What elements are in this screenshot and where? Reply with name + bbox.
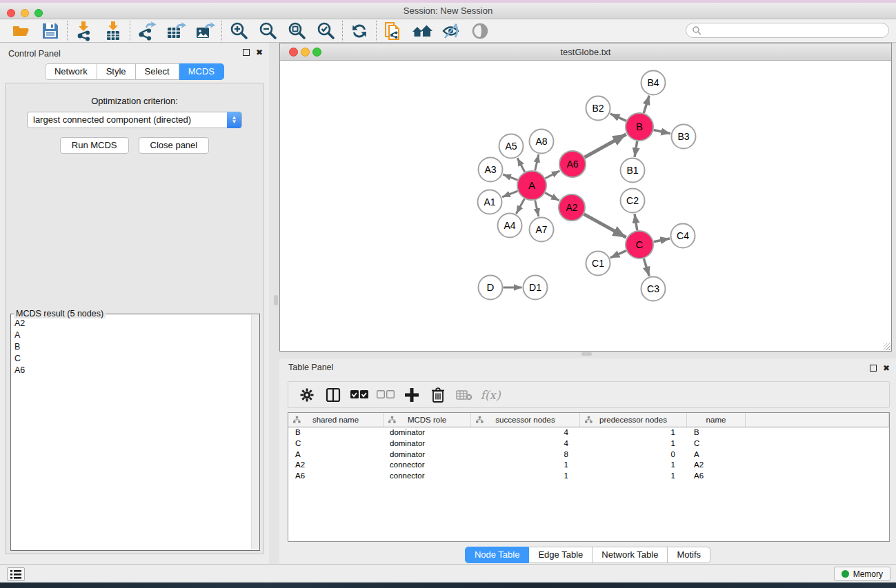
graph-node-A2[interactable]: A2 <box>559 194 585 221</box>
graph-node-A8[interactable]: A8 <box>530 130 554 154</box>
hide-panel-eye-icon[interactable] <box>437 21 466 41</box>
settings-gear-icon[interactable] <box>294 384 320 406</box>
table-row[interactable]: Cdominator41C <box>288 438 889 449</box>
graph-edge-A2-C[interactable] <box>584 214 626 238</box>
column-header-name[interactable]: name <box>687 413 746 427</box>
graph-node-B[interactable]: B <box>626 113 653 141</box>
table-cell[interactable]: 1 <box>471 471 580 482</box>
tab-select[interactable]: Select <box>136 63 179 80</box>
table-cell[interactable]: A6 <box>687 471 746 482</box>
table-cell[interactable]: 0 <box>580 449 687 460</box>
table-cell[interactable]: C <box>687 438 746 449</box>
export-network-icon[interactable] <box>132 21 161 41</box>
column-header-MCDS-role[interactable]: MCDS role <box>384 413 471 427</box>
refresh-icon[interactable] <box>345 21 374 41</box>
zoom-out-icon[interactable] <box>253 21 282 41</box>
graph-edge-B-B4[interactable] <box>644 96 649 113</box>
search-field[interactable] <box>686 23 889 38</box>
graph-edge-A-A5[interactable] <box>517 158 525 172</box>
mcds-result-item[interactable]: A <box>12 329 250 341</box>
zoom-in-icon[interactable] <box>224 21 253 41</box>
export-image-icon[interactable] <box>190 21 219 41</box>
home-icon[interactable] <box>408 21 437 41</box>
deselect-all-checkboxes-icon[interactable] <box>372 384 399 406</box>
graph-edge-A-A8[interactable] <box>535 154 539 170</box>
table-cell[interactable]: 1 <box>580 471 687 482</box>
graph-edge-A-A2[interactable] <box>545 193 559 201</box>
open-folder-icon[interactable] <box>7 21 36 41</box>
column-header-shared-name[interactable]: shared name <box>288 413 384 427</box>
graph-node-C2[interactable]: C2 <box>621 189 645 213</box>
graph-node-A6[interactable]: A6 <box>559 151 586 177</box>
table-cell[interactable]: connector <box>384 471 471 482</box>
export-table-icon[interactable] <box>161 21 190 41</box>
table-cell[interactable]: A <box>288 449 384 460</box>
add-column-icon[interactable] <box>399 384 425 406</box>
tab-network[interactable]: Network <box>45 63 97 80</box>
table-cell[interactable]: 8 <box>471 449 580 460</box>
graph-edge-B-B1[interactable] <box>635 141 637 157</box>
graph-node-A1[interactable]: A1 <box>478 190 502 214</box>
graph-node-D[interactable]: D <box>479 276 503 300</box>
clone-network-icon[interactable] <box>379 21 408 41</box>
graph-node-A[interactable]: A <box>517 171 546 200</box>
graph-node-C4[interactable]: C4 <box>671 224 695 248</box>
tab-motifs[interactable]: Motifs <box>668 547 710 563</box>
table-cell[interactable]: 1 <box>580 427 687 438</box>
table-cell[interactable]: dominator <box>384 438 471 449</box>
mcds-result-item[interactable]: A6 <box>12 364 250 376</box>
search-input[interactable] <box>704 26 888 35</box>
graph-edge-A-A6[interactable] <box>545 171 559 179</box>
task-history-button[interactable] <box>7 567 25 581</box>
horizontal-splitter-handle[interactable] <box>581 352 592 356</box>
graph-node-A5[interactable]: A5 <box>499 134 524 159</box>
mcds-result-item[interactable]: A2 <box>12 317 250 329</box>
graph-node-B4[interactable]: B4 <box>641 71 666 95</box>
table-row[interactable]: Adominator80A <box>288 449 889 460</box>
graph-node-A7[interactable]: A7 <box>530 218 554 242</box>
graph-node-A3[interactable]: A3 <box>479 158 503 182</box>
graph-edge-A-A7[interactable] <box>535 200 539 216</box>
graph-edge-A-A1[interactable] <box>502 191 517 197</box>
graph-node-C1[interactable]: C1 <box>586 252 610 276</box>
tab-network-table[interactable]: Network Table <box>593 547 668 563</box>
window-resize-grip[interactable] <box>884 343 890 350</box>
table-cell[interactable]: B <box>288 427 384 438</box>
graph-edge-A-A4[interactable] <box>516 199 524 214</box>
mcds-scrollbar[interactable] <box>251 315 259 549</box>
graph-edge-C-C3[interactable] <box>644 258 649 276</box>
table-cell[interactable]: A <box>687 449 746 460</box>
tab-style[interactable]: Style <box>97 63 136 80</box>
mcds-result-item[interactable]: B <box>12 341 250 352</box>
graph-edge-A-A3[interactable] <box>503 174 517 180</box>
table-cell[interactable]: 1 <box>580 460 687 471</box>
table-cell[interactable]: A2 <box>288 460 384 471</box>
delete-column-trash-icon[interactable] <box>425 384 451 406</box>
graph-edge-C-C4[interactable] <box>654 239 670 242</box>
table-cell[interactable]: dominator <box>384 449 471 460</box>
table-cell[interactable]: dominator <box>384 427 471 438</box>
table-row[interactable]: A6connector11A6 <box>288 471 889 482</box>
table-row[interactable]: Bdominator41B <box>288 427 889 438</box>
mcds-result-list[interactable]: A2ABCA6 <box>12 317 250 549</box>
save-icon[interactable] <box>36 21 65 41</box>
graph-node-B3[interactable]: B3 <box>672 125 696 149</box>
tab-mcds[interactable]: MCDS <box>179 63 224 80</box>
graph-edge-B-B3[interactable] <box>654 130 670 133</box>
table-cell[interactable]: A6 <box>288 471 384 482</box>
table-cell[interactable]: 1 <box>471 460 580 471</box>
zoom-selected-icon[interactable] <box>311 21 340 41</box>
float-table-panel-icon[interactable] <box>870 365 877 372</box>
network-window-titlebar[interactable]: testGlobe.txt <box>280 43 891 61</box>
graph-node-B1[interactable]: B1 <box>621 159 645 183</box>
graph-node-C3[interactable]: C3 <box>641 277 666 301</box>
close-panel-icon[interactable]: ✖ <box>255 48 263 57</box>
table-cell[interactable]: connector <box>384 460 471 471</box>
table-row[interactable]: A2connector11A2 <box>288 460 889 471</box>
table-cell[interactable]: 4 <box>471 427 580 438</box>
import-network-icon[interactable] <box>70 21 99 41</box>
network-graph[interactable]: B4B2BB3A5A8A6A3B1AC2A1A2A4A7C4CC1DD1C3 <box>280 61 891 351</box>
vertical-splitter-handle[interactable] <box>274 295 278 305</box>
criterion-select[interactable]: largest connected component (directed) ▲… <box>27 112 242 128</box>
node-table[interactable]: shared nameMCDS rolesuccessor nodesprede… <box>288 412 890 542</box>
